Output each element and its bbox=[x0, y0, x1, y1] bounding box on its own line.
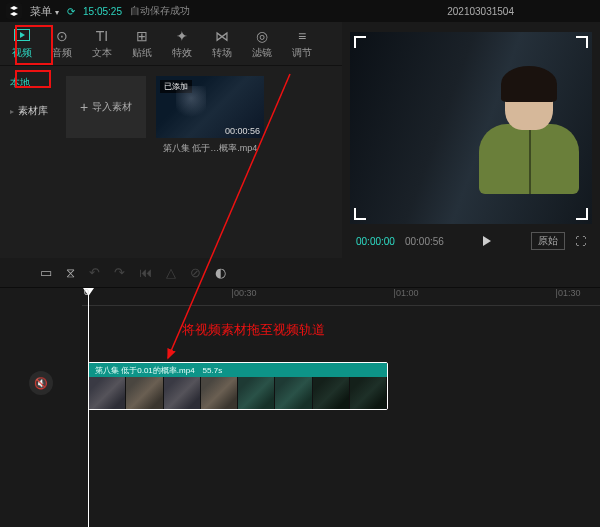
clip-duration: 00:00:56 bbox=[225, 126, 260, 136]
video-icon bbox=[14, 28, 30, 44]
project-name: 202103031504 bbox=[447, 6, 514, 17]
tab-sticker[interactable]: ⊞贴纸 bbox=[122, 22, 162, 65]
sidebar-item-local[interactable]: 本地 bbox=[4, 72, 54, 94]
transition-icon: ⋈ bbox=[215, 28, 229, 44]
autosave-time: 15:05:25 bbox=[83, 6, 122, 17]
menu-button[interactable]: 菜单 ▾ bbox=[30, 4, 59, 19]
sticker-icon: ⊞ bbox=[136, 28, 148, 44]
play-button[interactable] bbox=[483, 236, 491, 246]
video-track[interactable]: 第八集 低于0.01的概率.mp4 55.7s bbox=[84, 354, 600, 414]
marker-tool[interactable]: △ bbox=[166, 265, 176, 280]
timeline-clip-length: 55.7s bbox=[203, 366, 223, 375]
adjust-icon: ≡ bbox=[298, 28, 306, 44]
plus-icon: + bbox=[80, 99, 88, 115]
timeline-toolbar: ▭ ⧖ ↶ ↷ ⏮ △ ⊘ ◐ bbox=[0, 258, 600, 288]
clip-filename: 第八集 低于…概率.mp4 bbox=[156, 142, 264, 155]
quality-button[interactable]: 原始 bbox=[531, 232, 565, 250]
filter-icon: ◎ bbox=[256, 28, 268, 44]
undo-button[interactable]: ↶ bbox=[89, 265, 100, 280]
crop-handle-tl[interactable] bbox=[354, 36, 366, 48]
tool-tabs: 视频 ⊙音频 TI文本 ⊞贴纸 ✦特效 ⋈转场 ◎滤镜 ≡调节 bbox=[0, 22, 342, 66]
annotation-text: 将视频素材拖至视频轨道 bbox=[182, 321, 325, 339]
ruler-tick: |01:00 bbox=[394, 288, 419, 298]
app-logo bbox=[6, 3, 22, 19]
media-clip-thumbnail[interactable]: 已添加 00:00:56 bbox=[156, 76, 264, 138]
tab-transition[interactable]: ⋈转场 bbox=[202, 22, 242, 65]
tab-video[interactable]: 视频 bbox=[2, 22, 42, 65]
media-clip[interactable]: 已添加 00:00:56 第八集 低于…概率.mp4 bbox=[156, 76, 264, 155]
playback-duration: 00:00:56 bbox=[405, 236, 444, 247]
crop-handle-br[interactable] bbox=[576, 208, 588, 220]
tab-effects[interactable]: ✦特效 bbox=[162, 22, 202, 65]
crop-handle-tr[interactable] bbox=[576, 36, 588, 48]
select-tool[interactable]: ▭ bbox=[40, 265, 52, 280]
timeline-clip[interactable]: 第八集 低于0.01的概率.mp4 55.7s bbox=[88, 362, 388, 410]
track-mute-button[interactable]: 🔇 bbox=[29, 371, 53, 395]
timeline-clip-name: 第八集 低于0.01的概率.mp4 bbox=[95, 365, 195, 376]
redo-button[interactable]: ↷ bbox=[114, 265, 125, 280]
import-media-button[interactable]: + 导入素材 bbox=[66, 76, 146, 138]
effects-icon: ✦ bbox=[176, 28, 188, 44]
autosave-status-text: 自动保存成功 bbox=[130, 4, 190, 18]
preview-viewport[interactable] bbox=[350, 32, 592, 224]
timeline-ruler[interactable]: |00:30 |01:00 |01:30 bbox=[82, 288, 600, 306]
tab-adjust[interactable]: ≡调节 bbox=[282, 22, 322, 65]
audio-icon: ⊙ bbox=[56, 28, 68, 44]
sidebar-item-library[interactable]: ▸素材库 bbox=[4, 100, 54, 122]
ruler-tick: |01:30 bbox=[556, 288, 581, 298]
sync-icon: ⟳ bbox=[67, 6, 75, 17]
added-badge: 已添加 bbox=[160, 80, 192, 93]
playback-current-time: 00:00:00 bbox=[356, 236, 395, 247]
tab-audio[interactable]: ⊙音频 bbox=[42, 22, 82, 65]
split-tool[interactable]: ⧖ bbox=[66, 265, 75, 281]
tab-filter[interactable]: ◎滤镜 bbox=[242, 22, 282, 65]
playhead-tool[interactable]: ⏮ bbox=[139, 265, 152, 280]
ruler-tick: |00:30 bbox=[232, 288, 257, 298]
text-icon: TI bbox=[96, 28, 108, 44]
crop-handle-bl[interactable] bbox=[354, 208, 366, 220]
fullscreen-button[interactable]: ⛶ bbox=[575, 235, 586, 247]
toggle-tool[interactable]: ◐ bbox=[215, 265, 226, 280]
tab-text[interactable]: TI文本 bbox=[82, 22, 122, 65]
link-tool[interactable]: ⊘ bbox=[190, 265, 201, 280]
